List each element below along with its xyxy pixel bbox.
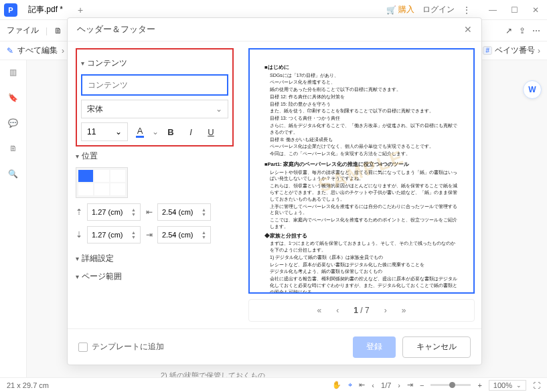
page-icon[interactable]: 🗎 xyxy=(7,142,20,155)
menu-dots-icon[interactable]: ⋮ xyxy=(463,5,471,15)
tab-filename: 記事.pdf * xyxy=(28,4,63,15)
document-tab[interactable]: 記事.pdf * xyxy=(21,1,70,18)
bates-badge-icon: # xyxy=(483,46,492,55)
search-icon[interactable]: 🔍 xyxy=(7,167,20,181)
maximize-button[interactable]: ☐ xyxy=(507,5,522,15)
modal-close-button[interactable]: ✕ xyxy=(464,24,472,35)
chevron-down-icon: ⌄ xyxy=(115,127,122,136)
apply-button[interactable]: 登録 xyxy=(353,336,396,358)
hand-tool-icon[interactable]: ✋ xyxy=(332,381,341,389)
toolbar-doc-icon[interactable]: 🗎 xyxy=(54,26,62,35)
close-window-button[interactable]: ✕ xyxy=(528,5,543,15)
cancel-button[interactable]: キャンセル xyxy=(402,336,471,358)
comment-icon[interactable]: 💬 xyxy=(7,116,20,130)
italic-button[interactable]: I xyxy=(183,124,199,140)
minimize-button[interactable]: — xyxy=(485,5,500,15)
chevron-down-icon: ⌄ xyxy=(216,104,222,114)
pos-top-right[interactable] xyxy=(110,170,125,182)
margin-right-icon: ⇥ xyxy=(146,230,155,239)
status-first-icon[interactable]: ⇤ xyxy=(359,381,365,389)
pos-bottom-left[interactable] xyxy=(78,183,93,195)
pagerange-section-title[interactable]: ページ範囲 xyxy=(82,271,122,282)
preview-pager: « ‹ 1 / 7 › » xyxy=(248,299,475,322)
margin-bottom-icon: ⇣ xyxy=(76,230,85,239)
position-grid[interactable] xyxy=(76,167,128,198)
file-menu[interactable]: ファイル xyxy=(7,25,39,36)
preview-page: SAMPLE ■はじめに SDGsには「17の目標」があり、 ペーパーレス化を推… xyxy=(248,48,475,294)
login-link[interactable]: ログイン xyxy=(422,4,455,15)
status-page[interactable]: 1/7 xyxy=(381,381,391,389)
content-section-title[interactable]: コンテンツ xyxy=(81,58,228,69)
pos-bottom-right[interactable] xyxy=(110,183,125,195)
pos-top-left[interactable] xyxy=(78,170,93,182)
advanced-section-title[interactable]: 詳細設定 xyxy=(82,253,114,264)
cart-icon: 🛒 xyxy=(386,5,396,15)
font-size-select[interactable]: 11 ⌄ xyxy=(81,122,128,141)
page-dimensions: 21 x 29.7 cm xyxy=(7,381,49,389)
pager-first-button[interactable]: « xyxy=(317,306,322,315)
app-logo: P xyxy=(4,3,17,17)
edit-all-button[interactable]: すべて編集 xyxy=(17,45,58,56)
edit-pencil-icon: ✎ xyxy=(7,46,13,56)
add-tab-button[interactable]: + xyxy=(74,5,87,15)
modal-title: ヘッダー＆フッター xyxy=(77,23,155,35)
status-last-icon[interactable]: ⇥ xyxy=(407,381,413,389)
share-icon[interactable]: ⇪ xyxy=(519,26,526,35)
zoom-select[interactable]: 100% ⌄ xyxy=(489,380,526,391)
margin-bottom-input[interactable]: 1.27 (cm) ▲▼ xyxy=(87,226,141,243)
content-input[interactable] xyxy=(81,74,228,96)
position-section-title[interactable]: 位置 xyxy=(76,151,234,162)
more-icon[interactable]: ⋯ xyxy=(532,26,540,35)
zoom-slider[interactable] xyxy=(431,384,471,386)
fullscreen-icon[interactable]: ⛶ xyxy=(533,381,540,389)
zoom-out-icon[interactable]: − xyxy=(420,381,424,389)
status-prev-icon[interactable]: ‹ xyxy=(372,381,374,389)
font-select[interactable]: 宋体 ⌄ xyxy=(81,100,228,118)
font-color-button[interactable]: A xyxy=(132,124,148,140)
bold-button[interactable]: B xyxy=(163,124,179,140)
chevron-down-icon: ⌄ xyxy=(516,382,522,389)
underline-button[interactable]: U xyxy=(203,124,219,140)
external-icon[interactable]: ↗ xyxy=(505,26,512,35)
select-tool-icon[interactable]: ⌖ xyxy=(348,381,352,389)
pager-last-button[interactable]: » xyxy=(402,306,406,315)
margin-top-icon: ⇡ xyxy=(76,207,85,217)
bates-number-button[interactable]: ベイツ番号 xyxy=(495,45,535,56)
pager-prev-button[interactable]: ‹ xyxy=(336,306,339,315)
pos-bottom-center[interactable] xyxy=(94,183,109,195)
status-next-icon[interactable]: › xyxy=(398,381,400,389)
pager-status: 1 / 7 xyxy=(354,306,369,315)
margin-top-input[interactable]: 1.27 (cm) ▲▼ xyxy=(87,203,141,221)
margin-left-input[interactable]: 2.54 (cm) ▲▼ xyxy=(157,203,211,221)
pos-top-center[interactable] xyxy=(94,170,109,182)
content-section-highlight: コンテンツ 宋体 ⌄ 11 ⌄ A ⌄ B I U xyxy=(76,48,234,146)
word-badge-icon[interactable]: W xyxy=(523,80,542,99)
margin-left-icon: ⇤ xyxy=(146,207,155,217)
zoom-in-icon[interactable]: + xyxy=(477,381,481,389)
thumbnails-icon[interactable]: ▥ xyxy=(7,66,20,79)
buy-link[interactable]: 🛒 購入 xyxy=(386,4,414,15)
pager-next-button[interactable]: › xyxy=(384,306,387,315)
bookmark-icon[interactable]: 🔖 xyxy=(7,91,20,104)
header-footer-modal: ヘッダー＆フッター ✕ コンテンツ 宋体 ⌄ 11 ⌄ A ⌄ B xyxy=(67,17,482,365)
margin-right-input[interactable]: 2.54 (cm) ▲▼ xyxy=(157,226,211,243)
add-template-checkbox[interactable]: テンプレートに追加 xyxy=(78,341,164,353)
